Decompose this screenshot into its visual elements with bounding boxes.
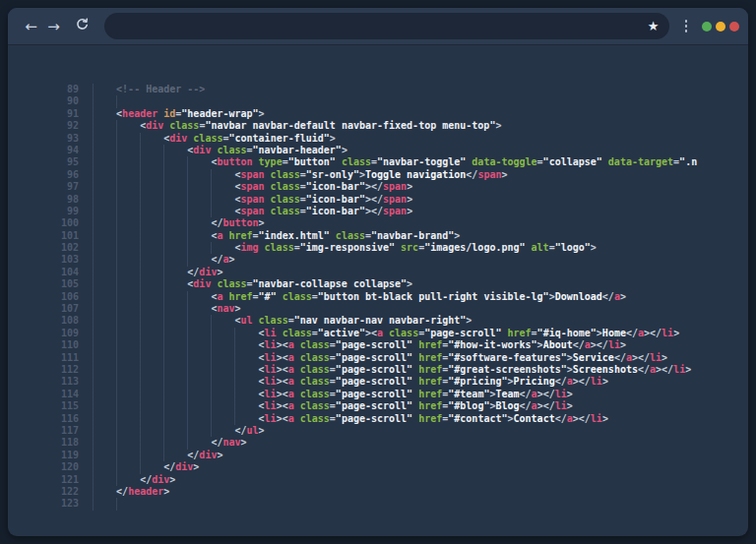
line-number: 94 <box>8 145 79 156</box>
indent-guides <box>93 206 234 217</box>
code-line: 119</div> <box>8 450 748 461</box>
status-dot-red[interactable] <box>729 22 739 31</box>
code-text: </ul> <box>234 425 264 437</box>
back-button[interactable]: ← <box>20 15 42 38</box>
browser-window: ← → ★ 89<!-- Header -->9091<header id="h… <box>8 8 748 536</box>
bookmark-star-icon[interactable]: ★ <box>648 20 660 32</box>
code-line: 103</a> <box>8 254 748 266</box>
reload-button[interactable] <box>71 15 94 38</box>
code-line: 96<span class="sr-only">Toggle navigatio… <box>8 169 748 181</box>
code-text: </header> <box>116 486 169 498</box>
indent-guides <box>93 425 234 437</box>
code-line: 123 <box>8 498 748 510</box>
line-number: 98 <box>8 194 79 206</box>
line-number: 100 <box>8 217 79 229</box>
code-text: <li><a class="page-scroll" href="#team">… <box>259 389 573 400</box>
line-number: 111 <box>8 352 79 364</box>
indent-guides <box>93 217 211 229</box>
browser-toolbar: ← → ★ <box>8 8 748 45</box>
line-number: 103 <box>8 254 79 266</box>
overflow-menu-icon[interactable] <box>683 17 690 35</box>
indent-guides <box>93 291 211 303</box>
line-number: 112 <box>8 364 79 376</box>
code-line: 98<span class="icon-bar"></span> <box>8 194 748 206</box>
line-number: 95 <box>8 156 79 168</box>
code-line: 107<nav> <box>8 303 748 315</box>
indent-guides <box>93 364 259 376</box>
code-text: </div> <box>163 461 199 473</box>
indent-guides <box>93 120 140 132</box>
line-number: 107 <box>8 303 79 315</box>
indent-guides <box>93 474 140 486</box>
code-text: <li><a class="page-scroll" href="#great-… <box>259 364 692 376</box>
indent-guides <box>93 156 211 168</box>
code-text: <a href="#" class="button bt-black pull-… <box>211 291 626 303</box>
indent-guides <box>93 328 259 339</box>
indent-guides <box>93 267 187 278</box>
code-text: </div> <box>187 450 222 461</box>
forward-button[interactable]: → <box>42 15 65 38</box>
line-number: 109 <box>8 328 79 339</box>
code-line: 102<img class="img-responsive" src="imag… <box>8 242 748 254</box>
code-line: 118</nav> <box>8 437 748 449</box>
status-dot-yellow[interactable] <box>716 22 725 31</box>
code-text: <span class="icon-bar"></span> <box>234 194 412 206</box>
code-text: <div class="navbar-collapse collapse"> <box>187 278 412 290</box>
indent-guides <box>93 315 234 327</box>
code-line: 91<header id="header-wrap"> <box>8 108 748 120</box>
line-number: 104 <box>8 267 79 278</box>
indent-guides <box>93 194 234 206</box>
code-line: 122</header> <box>8 486 748 498</box>
code-text: <div class="navbar navbar-default navbar… <box>140 120 501 132</box>
code-line: 108<ul class="nav navbar-nav navbar-righ… <box>8 315 748 327</box>
line-number: 102 <box>8 242 79 254</box>
indent-guides <box>93 95 140 107</box>
line-number: 123 <box>8 498 79 510</box>
line-number: 99 <box>8 206 79 217</box>
indent-guides <box>93 437 211 449</box>
code-line: 121</div> <box>8 474 748 486</box>
indent-guides <box>93 498 140 510</box>
line-number: 101 <box>8 230 79 242</box>
code-line: 106<a href="#" class="button bt-black pu… <box>8 291 748 303</box>
code-text: <li class="active"><a class="page-scroll… <box>259 328 680 339</box>
status-dot-green[interactable] <box>702 22 712 31</box>
indent-guides <box>93 376 259 388</box>
line-number: 97 <box>8 181 79 193</box>
indent-guides <box>93 254 211 266</box>
code-line: 100</button> <box>8 217 748 229</box>
indent-guides <box>93 389 259 400</box>
code-editor[interactable]: 89<!-- Header -->9091<header id="header-… <box>8 45 748 535</box>
url-bar[interactable]: ★ <box>104 13 669 39</box>
line-number: 113 <box>8 376 79 388</box>
url-input[interactable] <box>114 20 648 32</box>
line-number: 121 <box>8 474 79 486</box>
code-text: <nav> <box>211 303 240 315</box>
code-line: 109<li class="active"><a class="page-scr… <box>8 328 748 339</box>
line-number: 120 <box>8 461 79 473</box>
code-line: 92<div class="navbar navbar-default navb… <box>8 120 748 132</box>
window-status-dots <box>702 22 739 31</box>
code-line: 111<li><a class="page-scroll" href="#sof… <box>8 352 748 364</box>
code-line: 114<li><a class="page-scroll" href="#tea… <box>8 389 748 400</box>
code-text: <li><a class="page-scroll" href="#pricin… <box>259 376 608 388</box>
line-number: 115 <box>8 400 79 412</box>
line-number: 108 <box>8 315 79 327</box>
line-number: 117 <box>8 425 79 437</box>
indent-guides <box>93 413 259 425</box>
indent-guides <box>93 169 234 181</box>
code-text: <div class="navbar-header"> <box>187 145 347 156</box>
code-text: </nav> <box>211 437 246 449</box>
code-line: 105<div class="navbar-collapse collapse"… <box>8 278 748 290</box>
code-line: 93<div class="container-fluid"> <box>8 133 748 145</box>
code-line: 113<li><a class="page-scroll" href="#pri… <box>8 376 748 388</box>
line-number: 116 <box>8 413 79 425</box>
line-number: 92 <box>8 120 79 132</box>
line-number: 89 <box>8 84 79 95</box>
indent-guides <box>93 84 116 95</box>
code-line: 101<a href="index.html" class="navbar-br… <box>8 230 748 242</box>
reload-icon <box>75 17 90 31</box>
indent-guides <box>93 242 234 254</box>
indent-guides <box>93 352 259 364</box>
code-text: <img class="img-responsive" src="images/… <box>234 242 596 254</box>
